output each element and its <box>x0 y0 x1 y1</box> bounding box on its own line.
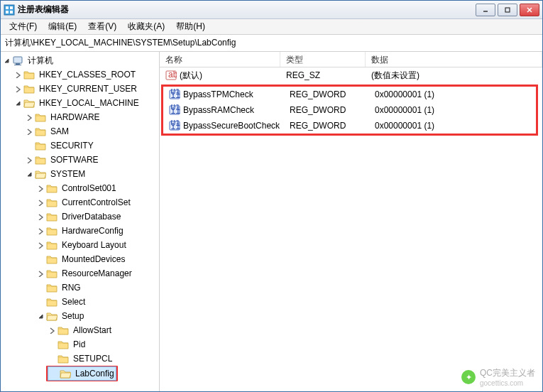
folder-icon <box>23 84 35 94</box>
folder-icon <box>46 254 57 264</box>
chevron-right-icon[interactable] <box>25 127 33 136</box>
value-bypasssecureboot[interactable]: BypassSecureBootCheck REG_DWORD 0x000000… <box>163 118 536 134</box>
tree-currentcontrolset[interactable]: CurrentControlSet <box>35 195 159 209</box>
chevron-down-icon[interactable] <box>2 56 11 65</box>
chevron-right-icon[interactable] <box>36 227 45 235</box>
folder-icon <box>35 112 46 122</box>
title-bar: 注册表编辑器 <box>1 1 542 19</box>
tree-allowstart[interactable]: AllowStart <box>46 323 159 337</box>
menu-help[interactable]: 帮助(H) <box>170 19 211 34</box>
folder-icon <box>46 183 57 193</box>
tree-setup[interactable]: Setup <box>35 309 159 323</box>
tree-labconfig[interactable]: LabConfig <box>48 366 116 381</box>
tree-setupcl[interactable]: SETUPCL <box>46 352 159 366</box>
dword-icon <box>169 104 180 116</box>
tree-rng[interactable]: RNG <box>35 281 159 295</box>
tree-driverdatabase[interactable]: DriverDatabase <box>35 209 159 224</box>
value-bypasstpm[interactable]: BypassTPMCheck REG_DWORD 0x00000001 (1) <box>163 87 536 102</box>
address-bar[interactable]: 计算机\HKEY_LOCAL_MACHINE\SYSTEM\Setup\LabC… <box>1 35 542 52</box>
tree-hkcr[interactable]: HKEY_CLASSES_ROOT <box>12 67 159 82</box>
watermark-sub: gocettics.com <box>480 379 535 387</box>
tree-hardwareconfig[interactable]: HardwareConfig <box>35 224 159 238</box>
menu-favorites[interactable]: 收藏夹(A) <box>122 19 170 34</box>
folder-icon <box>60 369 71 379</box>
tree-controlset001[interactable]: ControlSet001 <box>35 181 159 195</box>
chevron-right-icon[interactable] <box>13 85 22 93</box>
chevron-right-icon[interactable] <box>36 184 45 192</box>
chevron-right-icon[interactable] <box>25 113 33 121</box>
tree-pane[interactable]: 计算机 HKEY_CLASSES_ROOT HKEY_CURRENT_USER … <box>1 52 160 391</box>
tree-software[interactable]: SOFTWARE <box>23 153 159 167</box>
tree-sam[interactable]: SAM <box>23 124 159 138</box>
folder-icon <box>35 141 46 151</box>
window-controls <box>476 4 539 16</box>
folder-icon <box>57 339 69 349</box>
list-header: 名称 类型 数据 <box>160 52 542 67</box>
folder-icon <box>57 325 69 335</box>
folder-icon <box>35 126 46 136</box>
minimize-button[interactable] <box>476 4 495 16</box>
folder-icon <box>46 311 57 321</box>
menu-bar: 文件(F) 编辑(E) 查看(V) 收藏夹(A) 帮助(H) <box>1 19 542 35</box>
tree-mounteddevices[interactable]: MountedDevices <box>35 252 159 266</box>
chevron-right-icon[interactable] <box>13 70 22 79</box>
tree-hklm[interactable]: HKEY_LOCAL_MACHINE <box>12 96 159 110</box>
folder-icon <box>46 240 57 250</box>
value-bypassram[interactable]: BypassRAMCheck REG_DWORD 0x00000001 (1) <box>163 102 536 118</box>
app-icon <box>4 4 15 16</box>
folder-icon <box>46 212 57 222</box>
folder-icon <box>46 297 57 307</box>
chevron-right-icon[interactable] <box>48 326 56 334</box>
folder-icon <box>46 226 57 236</box>
folder-icon <box>46 283 57 293</box>
highlight-labconfig: LabConfig <box>46 366 118 381</box>
folder-icon <box>57 354 69 364</box>
maximize-button[interactable] <box>498 4 517 16</box>
folder-icon <box>23 98 35 108</box>
chevron-right-icon[interactable] <box>36 269 45 278</box>
computer-icon <box>12 55 23 65</box>
folder-icon <box>46 197 57 207</box>
watermark-name: QC完美主义者 <box>480 368 535 378</box>
tree-security[interactable]: SECURITY <box>23 138 159 153</box>
folder-icon <box>23 70 35 80</box>
folder-icon <box>35 169 46 179</box>
menu-view[interactable]: 查看(V) <box>82 19 122 34</box>
chevron-down-icon[interactable] <box>36 312 45 320</box>
tree-select[interactable]: Select <box>35 295 159 309</box>
column-name[interactable]: 名称 <box>160 52 280 67</box>
wechat-icon: ✦ <box>461 370 476 384</box>
tree-hardware[interactable]: HARDWARE <box>23 110 159 124</box>
svg-rect-14 <box>505 8 510 12</box>
tree-root-computer[interactable]: 计算机 <box>1 53 159 67</box>
chevron-right-icon[interactable] <box>36 198 45 207</box>
dword-icon <box>169 120 180 131</box>
dword-icon <box>169 89 180 100</box>
column-type[interactable]: 类型 <box>280 52 366 67</box>
tree-resourcemanager[interactable]: ResourceManager <box>35 266 159 281</box>
chevron-right-icon[interactable] <box>36 241 45 249</box>
address-text: 计算机\HKEY_LOCAL_MACHINE\SYSTEM\Setup\LabC… <box>5 37 236 49</box>
column-data[interactable]: 数据 <box>366 52 542 67</box>
close-button[interactable] <box>520 4 539 16</box>
tree-keyboardlayout[interactable]: Keyboard Layout <box>35 238 159 252</box>
value-default[interactable]: (默认) REG_SZ (数值未设置) <box>160 67 542 83</box>
chevron-down-icon[interactable] <box>25 170 33 178</box>
highlight-values: BypassTPMCheck REG_DWORD 0x00000001 (1) … <box>161 85 538 136</box>
values-pane[interactable]: 名称 类型 数据 (默认) REG_SZ (数值未设置) BypassTPMCh… <box>160 52 542 391</box>
tree-hkcu[interactable]: HKEY_CURRENT_USER <box>12 82 159 96</box>
tree-pid[interactable]: Pid <box>46 337 159 352</box>
chevron-right-icon[interactable] <box>25 156 33 164</box>
folder-icon <box>46 268 57 278</box>
window-title: 注册表编辑器 <box>18 4 476 16</box>
menu-file[interactable]: 文件(F) <box>4 19 43 34</box>
watermark: ✦ QC完美主义者 gocettics.com <box>461 367 535 387</box>
chevron-right-icon[interactable] <box>36 212 45 221</box>
chevron-down-icon[interactable] <box>13 99 22 107</box>
string-icon <box>165 70 177 81</box>
folder-icon <box>35 155 46 165</box>
menu-edit[interactable]: 编辑(E) <box>43 19 82 34</box>
tree-system[interactable]: SYSTEM <box>23 167 159 181</box>
